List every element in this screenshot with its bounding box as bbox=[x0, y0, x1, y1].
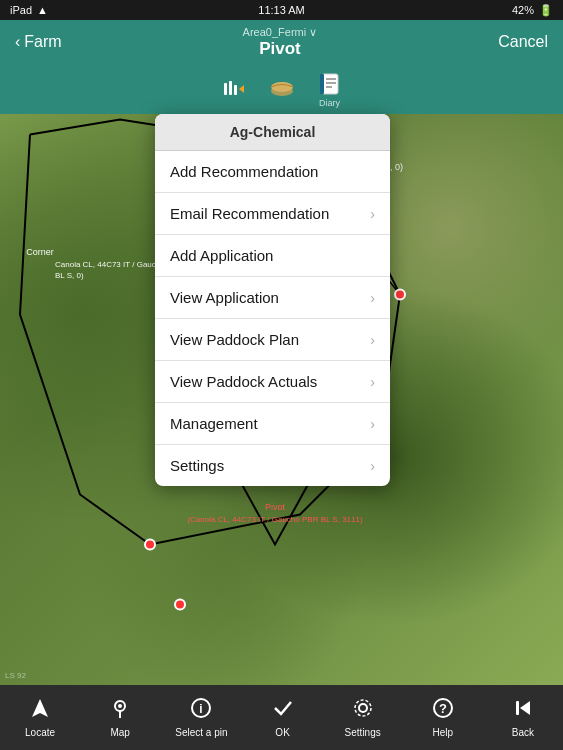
email-recommendation-label: Email Recommendation bbox=[170, 205, 329, 222]
menu-item-email-recommendation[interactable]: Email Recommendation › bbox=[155, 193, 390, 235]
chevron-right-icon-5: › bbox=[370, 416, 375, 432]
svg-point-4 bbox=[271, 82, 293, 92]
settings-label: Settings bbox=[170, 457, 224, 474]
menu-item-view-paddock-plan[interactable]: View Paddock Plan › bbox=[155, 319, 390, 361]
select-pin-label: Select a pin bbox=[175, 727, 227, 738]
svg-rect-0 bbox=[224, 83, 227, 95]
wifi-icon: ▲ bbox=[37, 4, 48, 16]
svg-point-13 bbox=[395, 290, 405, 300]
svg-text:BL S, 0): BL S, 0) bbox=[55, 271, 84, 280]
back-label: Farm bbox=[24, 33, 61, 51]
menu-item-settings[interactable]: Settings › bbox=[155, 445, 390, 486]
irrigation-toolbar-icon[interactable] bbox=[220, 75, 248, 103]
dropdown-menu: Ag-Chemical Add Recommendation Email Rec… bbox=[155, 114, 390, 486]
svg-point-16 bbox=[175, 600, 185, 610]
svg-marker-34 bbox=[520, 701, 530, 715]
back-nav-button[interactable]: Back bbox=[498, 697, 548, 738]
device-label: iPad bbox=[10, 4, 32, 16]
svg-text:Corner: Corner bbox=[26, 247, 54, 257]
menu-item-add-recommendation[interactable]: Add Recommendation bbox=[155, 151, 390, 193]
time-label: 11:13 AM bbox=[258, 4, 304, 16]
top-toolbar: Diary bbox=[0, 64, 563, 114]
svg-rect-5 bbox=[322, 74, 338, 94]
svg-marker-24 bbox=[32, 699, 48, 717]
svg-text:Pivot: Pivot bbox=[265, 502, 286, 512]
battery-label: 42% bbox=[512, 4, 534, 16]
svg-rect-35 bbox=[516, 701, 519, 715]
chevron-right-icon-3: › bbox=[370, 332, 375, 348]
menu-item-add-application[interactable]: Add Application bbox=[155, 235, 390, 277]
ok-button[interactable]: OK bbox=[258, 697, 308, 738]
chevron-right-icon-2: › bbox=[370, 290, 375, 306]
select-pin-button[interactable]: i Select a pin bbox=[175, 697, 227, 738]
add-recommendation-label: Add Recommendation bbox=[170, 163, 318, 180]
view-paddock-plan-label: View Paddock Plan bbox=[170, 331, 299, 348]
svg-text:?: ? bbox=[439, 701, 447, 716]
cancel-button[interactable]: Cancel bbox=[498, 33, 548, 51]
title-area: Area0_Fermi ∨ Pivot bbox=[243, 26, 318, 59]
svg-rect-2 bbox=[234, 85, 237, 95]
ok-label: OK bbox=[275, 727, 289, 738]
locate-icon bbox=[29, 697, 51, 724]
settings-label: Settings bbox=[345, 727, 381, 738]
svg-point-27 bbox=[118, 704, 122, 708]
svg-point-30 bbox=[359, 704, 367, 712]
svg-text:(Canola CL, 44C73 IT / Gaucho : (Canola CL, 44C73 IT / Gaucho PBR BL S, … bbox=[187, 515, 363, 524]
svg-rect-1 bbox=[229, 81, 232, 95]
chevron-right-icon-6: › bbox=[370, 458, 375, 474]
map-icon bbox=[109, 697, 131, 724]
menu-item-view-application[interactable]: View Application › bbox=[155, 277, 390, 319]
view-application-label: View Application bbox=[170, 289, 279, 306]
menu-header: Ag-Chemical bbox=[155, 114, 390, 151]
layers-toolbar-icon[interactable] bbox=[268, 75, 296, 103]
locate-button[interactable]: Locate bbox=[15, 697, 65, 738]
select-pin-icon: i bbox=[190, 697, 212, 724]
back-nav-label: Back bbox=[512, 727, 534, 738]
coord-label: LS 92 bbox=[5, 671, 26, 680]
status-bar: iPad ▲ 11:13 AM 42% 🔋 bbox=[0, 0, 563, 20]
chevron-right-icon: › bbox=[370, 206, 375, 222]
map-label: Map bbox=[110, 727, 129, 738]
chevron-left-icon: ‹ bbox=[15, 33, 20, 51]
back-arrow-icon bbox=[512, 697, 534, 724]
help-label: Help bbox=[432, 727, 453, 738]
diary-toolbar-icon[interactable]: Diary bbox=[316, 70, 344, 108]
diary-label: Diary bbox=[319, 98, 340, 108]
view-paddock-actuals-label: View Paddock Actuals bbox=[170, 373, 317, 390]
svg-text:i: i bbox=[200, 702, 203, 716]
settings-button[interactable]: Settings bbox=[338, 697, 388, 738]
nav-subtitle: Area0_Fermi ∨ bbox=[243, 26, 318, 39]
svg-point-15 bbox=[145, 540, 155, 550]
menu-item-management[interactable]: Management › bbox=[155, 403, 390, 445]
svg-rect-6 bbox=[320, 74, 324, 94]
svg-point-31 bbox=[355, 700, 371, 716]
help-button[interactable]: ? Help bbox=[418, 697, 468, 738]
add-application-label: Add Application bbox=[170, 247, 273, 264]
dropdown-icon: ∨ bbox=[309, 26, 317, 38]
management-label: Management bbox=[170, 415, 258, 432]
menu-item-view-paddock-actuals[interactable]: View Paddock Actuals › bbox=[155, 361, 390, 403]
help-icon: ? bbox=[432, 697, 454, 724]
nav-title: Pivot bbox=[243, 39, 318, 59]
map-button[interactable]: Map bbox=[95, 697, 145, 738]
battery-icon: 🔋 bbox=[539, 4, 553, 17]
locate-label: Locate bbox=[25, 727, 55, 738]
nav-bar: ‹ Farm Area0_Fermi ∨ Pivot Cancel bbox=[0, 20, 563, 64]
back-button[interactable]: ‹ Farm bbox=[15, 33, 62, 51]
ok-icon bbox=[272, 697, 294, 724]
chevron-right-icon-4: › bbox=[370, 374, 375, 390]
settings-icon bbox=[352, 697, 374, 724]
bottom-bar: Locate Map i Select a pin OK bbox=[0, 685, 563, 750]
